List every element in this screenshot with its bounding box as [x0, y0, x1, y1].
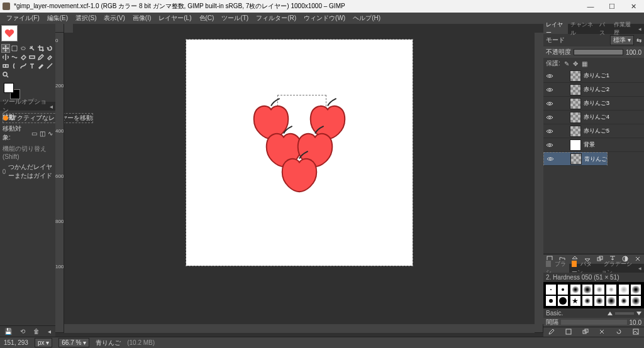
- paths-tool[interactable]: [19, 62, 28, 70]
- menu-select[interactable]: 選択(S): [72, 13, 100, 24]
- zoom-dropdown[interactable]: 66.7 % ▾: [58, 338, 89, 347]
- layer-thumbnail[interactable]: [570, 153, 582, 165]
- lock-pixels-icon[interactable]: ✎: [564, 60, 569, 67]
- radio-pick-layer[interactable]: つかんだレイヤーまたはガイド: [3, 163, 53, 180]
- brush-item[interactable]: [631, 285, 641, 295]
- layer-name[interactable]: 赤りんご1: [584, 72, 644, 80]
- bucket-fill-tool[interactable]: [19, 53, 28, 62]
- menu-image[interactable]: 画像(I): [129, 13, 155, 24]
- lock-alpha-icon[interactable]: ▦: [582, 60, 587, 67]
- tab-paths[interactable]: パス: [597, 24, 611, 34]
- menu-edit[interactable]: 編集(E): [43, 13, 72, 24]
- horizontal-scrollbar[interactable]: [64, 324, 535, 333]
- flip-tool[interactable]: [1, 53, 10, 62]
- visibility-toggle[interactable]: [543, 72, 556, 80]
- menu-windows[interactable]: ウィンドウ(W): [300, 13, 349, 24]
- fuzzy-select-tool[interactable]: [28, 44, 36, 53]
- menu-colors[interactable]: 色(C): [196, 13, 218, 24]
- layer-thumbnail[interactable]: [570, 112, 581, 123]
- brush-item[interactable]: [546, 285, 556, 295]
- brush-size-up-icon[interactable]: [608, 312, 613, 315]
- brush-item[interactable]: [594, 296, 604, 306]
- dup-brush-icon[interactable]: [582, 329, 589, 336]
- target-path-icon[interactable]: ∿: [48, 130, 53, 137]
- smudge-tool[interactable]: [10, 62, 19, 70]
- text-tool[interactable]: [28, 62, 36, 70]
- layer-name[interactable]: 赤りんご4: [584, 113, 644, 121]
- brush-preset-label[interactable]: Basic.: [546, 310, 563, 317]
- zoom-tool[interactable]: [1, 70, 10, 79]
- menu-file[interactable]: ファイル(F): [3, 13, 43, 24]
- brush-item[interactable]: [570, 285, 580, 295]
- brush-slider[interactable]: [615, 312, 634, 315]
- spacing-value[interactable]: 10.0: [630, 319, 641, 326]
- close-button[interactable]: ✕: [623, 0, 644, 13]
- edit-brush-icon[interactable]: [548, 329, 555, 336]
- measure-tool[interactable]: [45, 62, 54, 70]
- layer-name[interactable]: 赤りんご3: [584, 99, 644, 107]
- new-brush-icon[interactable]: [565, 329, 572, 336]
- layer-row[interactable]: 背景: [543, 138, 644, 152]
- layer-row[interactable]: 赤りんご4: [543, 111, 644, 124]
- visibility-toggle[interactable]: [543, 141, 556, 149]
- opacity-slider[interactable]: [574, 49, 623, 55]
- maximize-button[interactable]: ☐: [601, 0, 623, 13]
- layer-row[interactable]: 青りんご: [543, 152, 608, 166]
- layer-name[interactable]: 赤りんご5: [584, 127, 644, 135]
- layer-thumbnail[interactable]: [570, 98, 581, 109]
- menu-filters[interactable]: フィルター(R): [252, 13, 300, 24]
- layer-row[interactable]: 赤りんご1: [543, 69, 644, 83]
- delete-brush-icon[interactable]: [599, 329, 605, 336]
- target-layer-icon[interactable]: ▭: [31, 130, 37, 137]
- mode-switch-icon[interactable]: ⇆: [636, 37, 641, 44]
- layer-row[interactable]: 赤りんご2: [543, 83, 644, 97]
- free-select-tool[interactable]: [19, 44, 28, 53]
- vertical-ruler[interactable]: 0 200 400 600 800 1000: [55, 33, 64, 324]
- visibility-toggle[interactable]: [543, 86, 556, 94]
- vertical-scrollbar[interactable]: [535, 33, 543, 324]
- reset-preset-icon[interactable]: ◂: [48, 328, 51, 335]
- brush-item[interactable]: [606, 296, 616, 306]
- foreground-color[interactable]: [4, 83, 14, 93]
- save-preset-icon[interactable]: 💾: [4, 328, 12, 335]
- brush-item[interactable]: [582, 296, 592, 306]
- brush-item[interactable]: [631, 296, 641, 306]
- open-as-image-icon[interactable]: [633, 329, 639, 336]
- nav-button[interactable]: [535, 324, 543, 333]
- menu-help[interactable]: ヘルプ(H): [349, 13, 384, 24]
- nav-corner[interactable]: [55, 324, 64, 333]
- tab-undo[interactable]: 作業履歴: [611, 24, 636, 34]
- brush-item[interactable]: [558, 285, 568, 295]
- menu-layer[interactable]: レイヤー(L): [155, 13, 195, 24]
- visibility-toggle[interactable]: [543, 114, 556, 121]
- menu-tools[interactable]: ツール(T): [218, 13, 252, 24]
- move-tool[interactable]: [1, 44, 10, 53]
- brush-item[interactable]: [594, 285, 604, 295]
- tab-channels[interactable]: チャンネル: [568, 24, 597, 34]
- dock-menu-icon[interactable]: ◂: [636, 24, 644, 34]
- layer-thumbnail[interactable]: [570, 70, 581, 82]
- eraser-tool[interactable]: [45, 53, 54, 62]
- visibility-toggle[interactable]: [544, 155, 557, 163]
- layer-name[interactable]: 青りんご: [584, 155, 607, 163]
- layer-name[interactable]: 背景: [584, 141, 644, 149]
- brush-size-down-icon[interactable]: [636, 312, 641, 315]
- gradient-tool[interactable]: [28, 53, 36, 62]
- spacing-slider[interactable]: [561, 320, 627, 325]
- open-document-thumbnail[interactable]: [0, 24, 55, 43]
- rect-select-tool[interactable]: [10, 44, 19, 53]
- canvas-area[interactable]: [64, 33, 535, 324]
- rotate-tool[interactable]: [45, 44, 54, 53]
- layer-thumbnail[interactable]: [570, 139, 581, 151]
- layer-row[interactable]: 赤りんご5: [543, 124, 644, 138]
- refresh-brush-icon[interactable]: [616, 329, 622, 336]
- brush-item[interactable]: [546, 296, 556, 306]
- tab-layers[interactable]: レイヤー: [543, 24, 568, 34]
- layer-thumbnail[interactable]: [570, 126, 581, 137]
- dock-menu-icon[interactable]: ◂: [50, 103, 53, 110]
- color-picker-tool[interactable]: [36, 62, 45, 70]
- clone-tool[interactable]: [1, 62, 10, 70]
- delete-preset-icon[interactable]: 🗑: [33, 328, 40, 335]
- layer-name[interactable]: 赤りんご2: [584, 85, 644, 94]
- brush-item[interactable]: [558, 296, 568, 306]
